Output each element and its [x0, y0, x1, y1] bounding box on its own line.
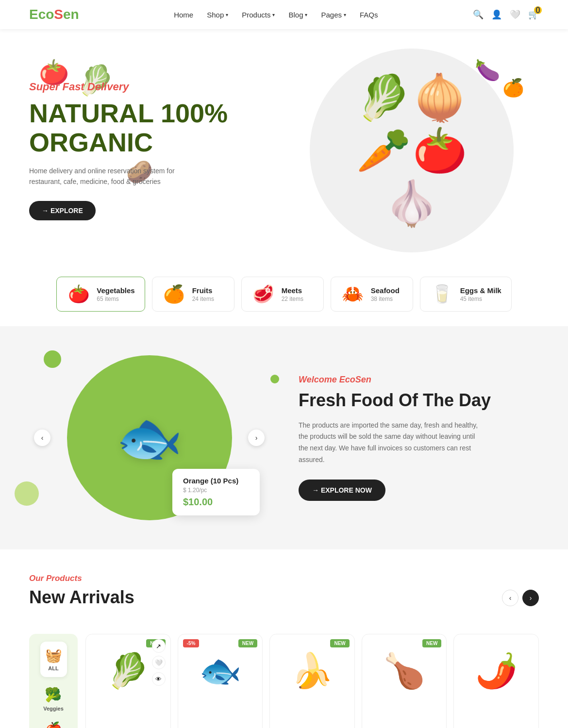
explore-button[interactable]: → EXPLORE [29, 201, 96, 220]
bananas-new-badge: NEW [330, 639, 349, 647]
seafood-name: Seafood [371, 286, 400, 295]
hero-description: Home delivery and online reservation sys… [29, 165, 184, 187]
pages-chevron: ▾ [344, 12, 346, 17]
eggs-milk-count: 45 items [460, 296, 501, 302]
product-card-bokchoy: NEW ↗ 🤍 👁 🥬 [85, 634, 171, 728]
category-meets[interactable]: 🥩 Meets 22 items [241, 277, 324, 312]
fresh-product-unit: $ 1.20/pc [183, 487, 249, 494]
new-arrivals-section: Our Products New Arrivals ‹ › 🧺 ALL 🥦 Ve… [0, 549, 568, 728]
logo[interactable]: EcoSen [29, 7, 79, 22]
shop-chevron: ▾ [226, 12, 228, 17]
nav-icons: 🔍 👤 🤍 🛒0 [473, 9, 539, 20]
cart-badge-count: 0 [534, 6, 542, 14]
hero-veggie-display: 🥬 🧅 🥕 🍅 🧄 [334, 63, 489, 239]
meets-name: Meets [282, 286, 303, 295]
chicken-new-badge: NEW [422, 639, 441, 647]
arrivals-next-button[interactable]: › [522, 590, 539, 606]
nav-products[interactable]: Products ▾ [242, 11, 275, 19]
veg-beet-icon: 🥬 [356, 72, 411, 123]
hero-float-purple-veg: 🍆 [475, 58, 500, 82]
hero-float-orange: 🍊 [502, 78, 524, 98]
nav-shop[interactable]: Shop ▾ [207, 11, 228, 19]
fruits-name: Fruits [192, 286, 214, 295]
fresh-title: Fresh Food Of The Day [299, 390, 539, 411]
category-eggs-milk[interactable]: 🥛 Eggs & Milk 45 items [420, 277, 512, 312]
filter-all-item[interactable]: 🧺 ALL [40, 642, 67, 677]
seafood-count: 38 items [371, 296, 400, 302]
fresh-dot-2 [270, 375, 279, 383]
nav-pages[interactable]: Pages ▾ [321, 11, 346, 19]
seafood-info: Seafood 38 items [371, 286, 400, 302]
vegetables-name: Vegetables [97, 286, 134, 295]
bokchoy-wishlist-button[interactable]: 🤍 [152, 656, 166, 669]
meets-count: 22 items [282, 296, 303, 302]
logo-en-text: en [63, 7, 79, 22]
fruits-info: Fruits 24 items [192, 286, 214, 302]
fresh-tag: Welcome EcoSen [299, 375, 539, 385]
logo-sen-text: S [54, 7, 63, 22]
eggs-milk-icon: 🥛 [430, 284, 454, 304]
category-vegetables[interactable]: 🍅 Vegetables 65 items [56, 277, 145, 312]
vegetables-info: Vegetables 65 items [97, 286, 134, 302]
hero-left: Super Fast Delivery NATURAL 100% ORGANIC… [29, 81, 284, 220]
category-seafood[interactable]: 🦀 Seafood 38 items [331, 277, 413, 312]
products-grid: 🧺 ALL 🥦 Veggies 🍎 Fruits 🥩 Meat NEW [29, 634, 539, 728]
arrivals-nav: ‹ › [502, 590, 539, 606]
product-cards-container: NEW ↗ 🤍 👁 🥬 -5% NEW 🐟 NEW 🍌 [85, 634, 539, 728]
search-icon[interactable]: 🔍 [473, 9, 484, 20]
nav-links: Home Shop ▾ Products ▾ Blog ▾ Pages ▾ FA… [174, 11, 378, 19]
cart-icon-wrapper[interactable]: 🛒0 [528, 9, 539, 20]
chicken-icon: 🍗 [383, 651, 425, 691]
fresh-right: Welcome EcoSen Fresh Food Of The Day The… [269, 375, 539, 500]
navbar: EcoSen Home Shop ▾ Products ▾ Blog ▾ Pag… [0, 0, 568, 29]
meets-icon: 🥩 [251, 284, 276, 304]
sidebar-filter: 🧺 ALL 🥦 Veggies 🍎 Fruits 🥩 Meat [29, 634, 78, 728]
arrivals-title-group: Our Products New Arrivals [29, 574, 134, 622]
arrivals-header: Our Products New Arrivals ‹ › [29, 574, 539, 622]
filter-veggies[interactable]: 🥦 Veggies [43, 687, 64, 711]
fresh-fish-icon: 🐟 [116, 407, 183, 469]
fresh-food-section: 🐟 Orange (10 Pcs) $ 1.20/pc $10.00 ‹ › W… [0, 326, 568, 549]
explore-now-button[interactable]: → EXPLORE NOW [299, 480, 385, 501]
fresh-dot-1 [44, 350, 61, 368]
vegetables-icon: 🍅 [67, 284, 91, 304]
eggs-milk-name: Eggs & Milk [460, 286, 501, 295]
filter-all-label: ALL [48, 665, 58, 671]
meets-info: Meets 22 items [282, 286, 303, 302]
vegetables-count: 65 items [97, 296, 134, 302]
fresh-product-price: $10.00 [183, 496, 249, 508]
bokchoy-view-button[interactable]: 👁 [152, 672, 166, 686]
blog-chevron: ▾ [305, 12, 307, 17]
product-card-bananas: NEW 🍌 [269, 634, 355, 728]
veg-garlic-icon: 🧄 [384, 178, 439, 229]
wishlist-icon[interactable]: 🤍 [510, 9, 520, 20]
product-card-chicken: NEW 🍗 [362, 634, 447, 728]
fruits-count: 24 items [192, 296, 214, 302]
bokchoy-share-button[interactable]: ↗ [152, 639, 166, 653]
arrivals-prev-button[interactable]: ‹ [502, 590, 518, 606]
nav-faqs[interactable]: FAQs [360, 11, 378, 19]
fresh-product-card: Orange (10 Pcs) $ 1.20/pc $10.00 [172, 469, 260, 515]
products-chevron: ▾ [272, 12, 275, 17]
filter-fruits[interactable]: 🍎 Fruits [45, 721, 62, 728]
category-fruits[interactable]: 🍊 Fruits 24 items [152, 277, 234, 312]
nav-home[interactable]: Home [174, 11, 193, 19]
slider-next-button[interactable]: › [248, 430, 265, 446]
product-card-chili: 🌶️ [453, 634, 539, 728]
bokchoy-icon: 🥬 [107, 651, 149, 691]
bokchoy-actions: ↗ 🤍 👁 [152, 639, 166, 686]
fruits-icon: 🍊 [162, 284, 186, 304]
salmon-icon: 🐟 [199, 651, 241, 691]
seafood-icon: 🦀 [341, 284, 365, 304]
fresh-product-name: Orange (10 Pcs) [183, 477, 249, 485]
filter-veggies-icon: 🥦 [45, 687, 62, 703]
eggs-milk-info: Eggs & Milk 45 items [460, 286, 501, 302]
user-icon[interactable]: 👤 [491, 9, 502, 20]
hero-title: NATURAL 100% ORGANIC [29, 99, 284, 157]
salmon-new-badge: NEW [238, 639, 257, 647]
slider-prev-button[interactable]: ‹ [34, 430, 50, 446]
nav-blog[interactable]: Blog ▾ [288, 11, 307, 19]
hero-right: 🥬 🧅 🥕 🍅 🧄 🍆 🍊 [284, 49, 539, 252]
categories-section: 🍅 Vegetables 65 items 🍊 Fruits 24 items … [0, 262, 568, 326]
filter-veggies-label: Veggies [43, 706, 64, 711]
